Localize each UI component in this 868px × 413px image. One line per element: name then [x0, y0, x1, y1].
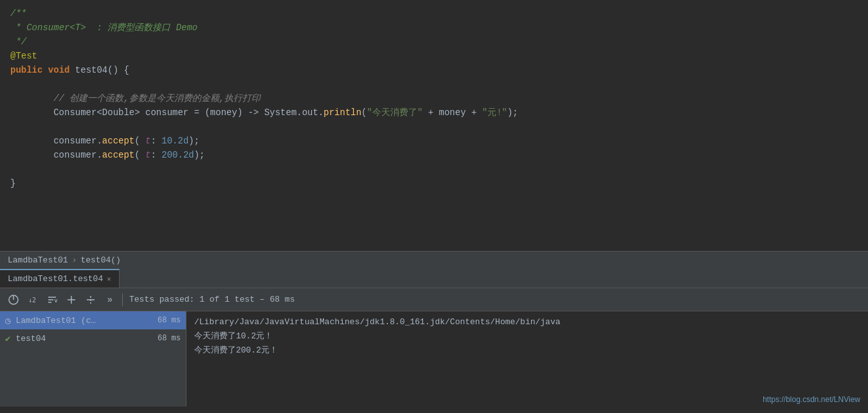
code-line: }: [0, 176, 868, 190]
results-right-panel: /Library/Java/JavaVirtualMachines/jdk1.8…: [186, 311, 868, 407]
result-class-time: 68 ms: [152, 316, 181, 325]
sort-icon[interactable]: [44, 291, 60, 308]
toolbar: ↓2 » Tests p: [0, 288, 868, 311]
tests-duration: – 68 ms: [260, 295, 295, 304]
code-line: public void test04() {: [0, 63, 868, 77]
sort-az-icon[interactable]: ↓2: [24, 291, 41, 308]
watermark: https://blog.csdn.net/LNView: [763, 395, 860, 404]
toolbar-divider: [122, 293, 123, 306]
rerun-icon[interactable]: [5, 291, 22, 308]
result-row-class[interactable]: ◷ LamdbaTest01 (c… 68 ms: [0, 311, 186, 329]
svg-text:↓2: ↓2: [28, 297, 36, 304]
java-path-line: /Library/Java/JavaVirtualMachines/jdk1.8…: [194, 315, 860, 329]
code-line: [0, 120, 868, 134]
results-left-panel: ◷ LamdbaTest01 (c… 68 ms ✔ test04 68 ms: [0, 311, 186, 407]
output-line-1: 今天消费了10.2元！: [194, 329, 860, 344]
tab-close-icon[interactable]: ✕: [107, 275, 111, 283]
code-line: consumer.accept( t: 200.2d);: [0, 148, 868, 162]
output-line-2: 今天消费了200.2元！: [194, 344, 860, 358]
breadcrumb-class: LamdbaTest01: [8, 255, 68, 265]
code-line: Consumer<Double> consumer = (money) -> S…: [0, 106, 868, 120]
more-icon[interactable]: »: [102, 291, 118, 308]
code-area: /** * Consumer<T> : 消费型函数接口 Demo */@Test…: [0, 0, 868, 251]
code-line: // 创建一个函数,参数是今天消费的金额,执行打印: [0, 91, 868, 106]
expand-icon[interactable]: [63, 291, 80, 308]
code-line: [0, 162, 868, 176]
tab-test04[interactable]: LamdbaTest01.test04 ✕: [0, 269, 120, 288]
result-method-time: 68 ms: [152, 334, 181, 343]
test-status: Tests passed: 1 of 1 test – 68 ms: [129, 295, 294, 304]
tab-label: LamdbaTest01.test04: [8, 274, 103, 284]
result-class-icon: ◷: [5, 315, 10, 326]
code-line: * Consumer<T> : 消费型函数接口 Demo: [0, 21, 868, 35]
results-area: ◷ LamdbaTest01 (c… 68 ms ✔ test04 68 ms …: [0, 311, 868, 407]
tabs-bar: LamdbaTest01.test04 ✕: [0, 269, 868, 288]
result-method-name: test04: [15, 334, 147, 344]
pass-check-icon: ✔: [5, 333, 10, 344]
breadcrumb-method: test04(): [80, 255, 120, 265]
code-line: @Test: [0, 49, 868, 63]
code-line: /**: [0, 6, 868, 21]
code-line: */: [0, 35, 868, 49]
code-editor: /** * Consumer<T> : 消费型函数接口 Demo */@Test…: [0, 0, 868, 407]
tests-passed-label: Tests passed: 1 of 1 test: [129, 295, 255, 304]
result-class-name: LamdbaTest01 (c…: [15, 316, 147, 326]
breadcrumb: LamdbaTest01 › test04(): [0, 251, 868, 269]
code-line: consumer.accept( t: 10.2d);: [0, 134, 868, 148]
breadcrumb-separator: ›: [72, 255, 77, 265]
result-row-method[interactable]: ✔ test04 68 ms: [0, 329, 186, 347]
collapse-icon[interactable]: [82, 291, 99, 308]
code-line: [0, 77, 868, 91]
